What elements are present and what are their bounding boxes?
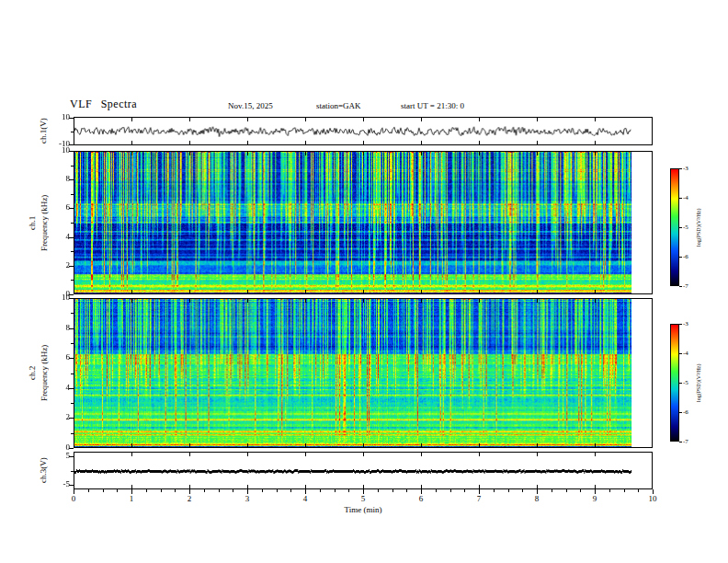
ch2-frequency-axis-label: Frequency (kHz) <box>40 298 49 448</box>
tick-mark <box>679 383 682 384</box>
tick-mark <box>363 485 364 488</box>
tick-mark <box>537 453 538 456</box>
tick-mark <box>348 489 349 492</box>
tick-mark <box>580 489 581 492</box>
tick-label: 2 <box>42 260 70 270</box>
tick-mark <box>363 290 364 293</box>
tick-mark <box>609 489 610 492</box>
tick-mark <box>421 118 422 121</box>
tick-mark <box>161 489 162 492</box>
tick-mark <box>595 141 596 144</box>
tick-mark <box>679 442 682 442</box>
tick-mark <box>479 290 480 293</box>
tick-label: -3 <box>683 165 700 172</box>
tick-label: 10 <box>42 293 70 302</box>
tick-label: 2 <box>42 412 70 421</box>
tick-mark <box>71 280 74 281</box>
tick-mark <box>175 489 176 492</box>
tick-label: 6 <box>412 494 430 503</box>
ch3-waveform-panel <box>74 452 653 489</box>
tick-mark <box>305 290 306 293</box>
tick-mark <box>624 489 625 492</box>
tick-mark <box>552 489 552 492</box>
tick-label: 8 <box>42 323 70 332</box>
tick-mark <box>479 485 480 488</box>
tick-mark <box>247 290 248 293</box>
tick-mark <box>131 443 132 447</box>
tick-mark <box>363 453 364 456</box>
tick-mark <box>189 152 190 155</box>
tick-mark <box>479 118 480 121</box>
tick-mark <box>247 443 248 447</box>
tick-mark <box>305 152 306 155</box>
tick-label: -5 <box>42 479 70 488</box>
x-axis-title: Time (min) <box>317 505 409 514</box>
tick-mark <box>595 443 596 447</box>
tick-mark <box>305 141 306 144</box>
tick-mark <box>71 166 74 167</box>
tick-mark <box>595 152 596 155</box>
ch3-waveform-canvas <box>74 453 652 488</box>
tick-mark <box>233 489 233 492</box>
tick-label: 10 <box>42 145 70 155</box>
tick-mark <box>537 290 538 293</box>
tick-mark <box>131 141 132 144</box>
tick-label: 5 <box>354 494 372 503</box>
tick-mark <box>406 489 407 492</box>
tick-label: -6 <box>683 253 700 260</box>
tick-mark <box>421 453 422 456</box>
tick-mark <box>305 118 306 121</box>
tick-mark <box>189 485 190 488</box>
tick-mark <box>305 299 306 303</box>
tick-mark <box>421 290 422 293</box>
tick-mark <box>204 489 205 492</box>
tick-mark <box>421 141 422 144</box>
ch2-channel-label: ch.2 <box>28 298 37 448</box>
tick-mark <box>247 141 248 144</box>
tick-mark <box>494 489 495 492</box>
tick-label: 3 <box>238 494 256 503</box>
tick-mark <box>363 152 364 155</box>
tick-mark <box>537 299 538 303</box>
tick-label: 10 <box>42 112 70 121</box>
tick-mark <box>421 152 422 155</box>
tick-mark <box>378 489 379 492</box>
tick-mark <box>479 453 480 456</box>
tick-mark <box>679 257 682 258</box>
tick-mark <box>363 299 364 303</box>
tick-mark <box>595 118 596 121</box>
tick-label: 6 <box>42 352 70 362</box>
tick-mark <box>421 299 422 303</box>
tick-mark <box>71 403 74 404</box>
tick-mark <box>71 433 74 434</box>
ch1-frequency-axis-label: Frequency (kHz) <box>40 151 49 294</box>
tick-mark <box>189 299 190 303</box>
tick-mark <box>320 489 321 492</box>
tick-label: 9 <box>586 494 604 503</box>
tick-mark <box>450 489 451 492</box>
tick-mark <box>479 299 480 303</box>
tick-mark <box>508 489 509 492</box>
tick-mark <box>522 489 523 492</box>
tick-mark <box>71 343 74 344</box>
tick-mark <box>146 489 147 492</box>
tick-mark <box>71 251 74 252</box>
tick-mark <box>679 353 682 354</box>
tick-mark <box>131 290 132 293</box>
tick-label: 8 <box>528 494 546 503</box>
tick-mark <box>537 485 538 488</box>
tick-mark <box>566 489 567 492</box>
tick-mark <box>290 489 291 492</box>
tick-label: 4 <box>296 494 314 503</box>
tick-mark <box>247 485 248 488</box>
page-title: VLF Spectra <box>70 98 137 111</box>
tick-mark <box>479 443 480 447</box>
tick-mark <box>131 299 132 303</box>
tick-mark <box>436 489 437 492</box>
tick-mark <box>247 453 248 456</box>
tick-mark <box>71 223 74 224</box>
tick-mark <box>679 168 682 169</box>
tick-mark <box>537 141 538 144</box>
tick-label: 7 <box>470 494 488 503</box>
tick-label: -7 <box>683 438 700 445</box>
